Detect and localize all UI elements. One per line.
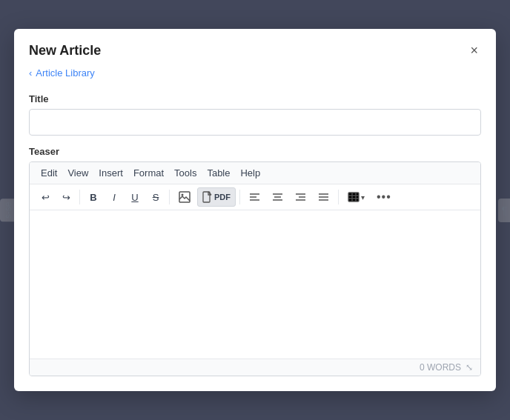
image-button[interactable]: [173, 187, 196, 207]
word-count: 0 WORDS: [420, 362, 461, 373]
redo-button[interactable]: ↪: [56, 187, 76, 207]
table-button[interactable]: ▾: [342, 187, 370, 207]
pdf-label: PDF: [214, 193, 231, 201]
modal-title: New Article: [29, 43, 101, 59]
align-justify-button[interactable]: [313, 187, 334, 207]
editor-toolbar: ↩ ↪ B I U S: [30, 184, 480, 210]
close-button[interactable]: ×: [467, 42, 481, 59]
breadcrumb-arrow-icon: ‹: [29, 67, 32, 79]
undo-button[interactable]: ↩: [36, 187, 55, 207]
pdf-button[interactable]: PDF: [197, 187, 236, 207]
modal-body: Title Teaser Edit View Insert Format Too…: [14, 86, 496, 391]
title-input[interactable]: [29, 109, 481, 136]
table-dropdown-arrow: ▾: [361, 193, 365, 201]
resize-handle-icon[interactable]: ⤡: [466, 362, 473, 373]
breadcrumb[interactable]: ‹ Article Library: [14, 67, 496, 86]
modal-header: New Article ×: [14, 29, 496, 67]
underline-button[interactable]: U: [125, 187, 145, 207]
menu-help[interactable]: Help: [235, 165, 265, 181]
editor-content-area[interactable]: [30, 210, 480, 359]
menu-insert[interactable]: Insert: [93, 165, 128, 181]
toolbar-separator-4: [338, 190, 339, 204]
strikethrough-button[interactable]: S: [146, 187, 165, 207]
pdf-file-icon: [202, 191, 213, 203]
align-left-icon: [249, 192, 260, 202]
italic-button[interactable]: I: [105, 187, 124, 207]
teaser-label: Teaser: [29, 146, 481, 157]
toolbar-separator-3: [239, 190, 240, 204]
menu-tools[interactable]: Tools: [169, 165, 202, 181]
toolbar-separator-2: [169, 190, 170, 204]
align-center-icon: [272, 192, 283, 202]
side-right-button[interactable]: ¶: [498, 199, 510, 222]
editor-footer: 0 WORDS ⤡: [30, 359, 480, 376]
menu-view[interactable]: View: [62, 165, 93, 181]
bold-button[interactable]: B: [84, 187, 103, 207]
toolbar-separator-1: [79, 190, 80, 204]
align-left-button[interactable]: [244, 187, 265, 207]
table-icon: [348, 192, 360, 202]
svg-rect-15: [348, 193, 359, 201]
align-right-button[interactable]: [290, 187, 311, 207]
more-options-button[interactable]: •••: [371, 187, 397, 207]
align-center-button[interactable]: [267, 187, 288, 207]
menu-edit[interactable]: Edit: [36, 165, 62, 181]
align-right-icon: [295, 192, 306, 202]
menu-table[interactable]: Table: [202, 165, 235, 181]
modal-dialog: New Article × ‹ Article Library Title Te…: [14, 29, 496, 391]
editor-container: Edit View Insert Format Tools Table Help…: [29, 161, 481, 376]
editor-menubar: Edit View Insert Format Tools Table Help: [30, 162, 480, 184]
image-icon: [179, 191, 191, 203]
align-justify-icon: [318, 192, 329, 202]
breadcrumb-label: Article Library: [36, 67, 94, 79]
menu-format[interactable]: Format: [128, 165, 169, 181]
title-label: Title: [29, 93, 481, 104]
